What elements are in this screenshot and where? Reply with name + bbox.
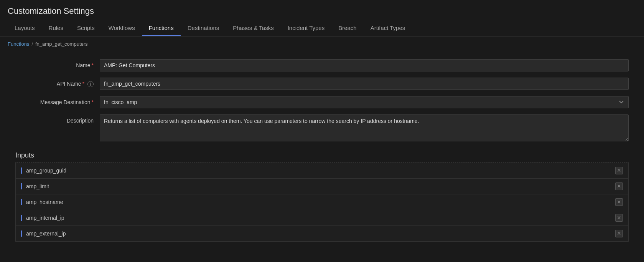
nav-tabs: Layouts Rules Scripts Workflows Function… (0, 21, 644, 36)
api-name-label: API Name* i (15, 78, 100, 87)
tab-rules[interactable]: Rules (42, 21, 70, 36)
remove-amp-external-ip-button[interactable]: × (615, 230, 623, 237)
breadcrumb-functions-link[interactable]: Functions (8, 41, 29, 47)
list-item: amp_internal_ip × (15, 210, 629, 226)
name-row: Name* (15, 59, 629, 71)
tab-functions[interactable]: Functions (142, 21, 181, 36)
message-destination-label: Message Destination* (15, 96, 100, 105)
input-name-amp-internal-ip: amp_internal_ip (21, 215, 64, 221)
breadcrumb-separator: / (31, 41, 33, 47)
message-destination-required-star: * (92, 99, 94, 105)
message-destination-row: Message Destination* fn_cisco_amp (15, 96, 629, 108)
tab-breach[interactable]: Breach (331, 21, 364, 36)
description-row: Description Returns a list of computers … (15, 114, 629, 141)
tab-scripts[interactable]: Scripts (70, 21, 102, 36)
breadcrumb-current: fn_amp_get_computers (35, 41, 88, 47)
remove-amp-hostname-button[interactable]: × (615, 198, 623, 206)
page-title: Customization Settings (0, 0, 644, 21)
api-name-info-icon[interactable]: i (87, 81, 94, 87)
list-item: amp_hostname × (15, 194, 629, 210)
content-area: Name* API Name* i Message Destination* f… (0, 51, 644, 249)
remove-amp-internal-ip-button[interactable]: × (615, 214, 623, 222)
name-label: Name* (15, 59, 100, 68)
api-name-required-star: * (82, 81, 84, 87)
remove-amp-group-guid-button[interactable]: × (615, 167, 623, 174)
description-label: Description (15, 114, 100, 124)
message-destination-select[interactable]: fn_cisco_amp (100, 96, 629, 108)
api-name-input[interactable] (100, 78, 629, 90)
inputs-title: Inputs (15, 151, 629, 163)
input-name-amp-external-ip: amp_external_ip (21, 230, 66, 237)
tab-incident-types[interactable]: Incident Types (281, 21, 331, 36)
breadcrumb: Functions / fn_amp_get_computers (0, 36, 644, 51)
tab-artifact-types[interactable]: Artifact Types (364, 21, 412, 36)
inputs-section: Inputs amp_group_guid × amp_limit × amp_… (15, 151, 629, 242)
tab-layouts[interactable]: Layouts (8, 21, 42, 36)
input-name-amp-group-guid: amp_group_guid (21, 167, 66, 174)
form-section: Name* API Name* i Message Destination* f… (15, 59, 629, 148)
name-required-star: * (92, 62, 94, 68)
api-name-row: API Name* i (15, 78, 629, 90)
list-item: amp_external_ip × (15, 226, 629, 242)
tab-destinations[interactable]: Destinations (181, 21, 226, 36)
description-textarea[interactable]: Returns a list of computers with agents … (100, 114, 629, 141)
tab-phases-tasks[interactable]: Phases & Tasks (226, 21, 280, 36)
list-item: amp_group_guid × (15, 163, 629, 179)
remove-amp-limit-button[interactable]: × (615, 182, 623, 190)
input-name-amp-hostname: amp_hostname (21, 199, 63, 205)
input-name-amp-limit: amp_limit (21, 183, 49, 189)
list-item: amp_limit × (15, 179, 629, 194)
name-input[interactable] (100, 59, 629, 71)
tab-workflows[interactable]: Workflows (102, 21, 142, 36)
